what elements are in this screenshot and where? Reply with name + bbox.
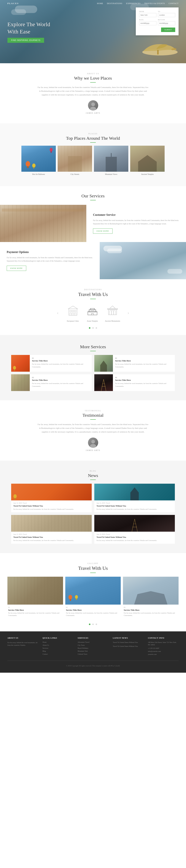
travel-bottom-card-2[interactable]: 02 Service Title Here Far far away, behi… — [65, 577, 121, 619]
places-grid: Hot Air Balloons City Streets Mountain V… — [7, 146, 179, 177]
place-label-2: City Streets — [58, 172, 92, 177]
place-card-2[interactable]: City Streets — [58, 146, 92, 177]
carousel-container: ‹ European Cities — [7, 304, 179, 322]
travel-dot-3[interactable] — [96, 624, 97, 625]
travel-bottom-section: GALLERY Travel With Us 01 Service Title … — [0, 553, 186, 631]
place-card-1[interactable]: Hot Air Balloons — [21, 146, 56, 177]
place-label-4: Ancient Temples — [130, 172, 165, 177]
form-return-input[interactable] — [158, 21, 175, 25]
form-date-input[interactable] — [139, 21, 156, 25]
place-card-4[interactable]: Ancient Temples — [130, 146, 165, 177]
more-service-card-2: 02 Service Title Here Far far away, behi… — [94, 355, 175, 372]
service-payment-desc: Far far away, behind the word mountains,… — [7, 256, 93, 263]
why-title: Why we Love Places — [7, 76, 179, 81]
footer-link-home[interactable]: Home — [42, 641, 73, 643]
svg-rect-31 — [14, 369, 15, 371]
svg-rect-13 — [70, 310, 71, 312]
hero-text: Explore The World With Ease FIND INSPIRI… — [7, 21, 50, 43]
carousel-prev-button[interactable]: ‹ — [55, 311, 60, 315]
more-services-grid: 01 Service Title Here Far far away, behi… — [11, 355, 175, 391]
ms-num-2: 02 — [115, 357, 173, 359]
travel-bottom-card-3[interactable]: 03 Service Title Here Far far away, behi… — [123, 577, 179, 619]
news-card-2[interactable]: June 12, 2019 • Travel Travel To United … — [94, 484, 175, 513]
svg-point-46 — [75, 595, 78, 599]
news-desc-3: Far far away, behind the word mountains,… — [13, 539, 90, 542]
service-payment-btn[interactable]: KNOW MORE — [7, 266, 26, 271]
more-service-card-1: 01 Service Title Here Far far away, behi… — [11, 355, 92, 372]
carousel-next-button[interactable]: › — [126, 311, 131, 315]
ms-num-1: 01 — [32, 357, 90, 359]
footer-link-about[interactable]: About Us — [42, 644, 73, 646]
footer-link-services[interactable]: Services — [42, 647, 73, 649]
svg-rect-23 — [92, 313, 93, 315]
carousel-label-3: Ancient Monuments — [105, 320, 120, 322]
carousel-dot-3[interactable] — [96, 327, 97, 329]
ms-title-3: Service Title Here — [32, 379, 90, 381]
hero-cta-button[interactable]: FIND INSPIRING JOURNEYS — [7, 38, 44, 43]
why-avatar — [88, 100, 98, 111]
nav-link-destinations[interactable]: Destinations — [107, 2, 122, 4]
svg-line-41 — [135, 519, 137, 532]
ms-title-1: Service Title Here — [32, 360, 90, 362]
nav-logo: PLACES — [7, 2, 19, 4]
services-title: Our Services — [0, 193, 186, 198]
footer-col-contact: CONTACT INFO 198 West 21th Street, Suite… — [148, 637, 179, 656]
testimonial-desc: Far far away, behind the word mountains,… — [37, 423, 149, 434]
footer-link-contact[interactable]: Contact — [42, 653, 73, 655]
travel-dot-2[interactable] — [92, 624, 94, 625]
form-to-label: TO — [158, 11, 175, 12]
svg-point-37 — [90, 444, 96, 448]
carousel-item-2: Asian Temples — [85, 304, 99, 322]
svg-point-10 — [50, 148, 53, 152]
form-from-input[interactable] — [139, 13, 156, 17]
service-sky-image — [100, 242, 186, 279]
travel-dot-1[interactable] — [89, 624, 90, 625]
travel-bottom-title: Travel With Us — [7, 565, 179, 571]
footer-col-links: QUICK LINKS Home About Us Services Blog … — [42, 637, 73, 656]
nav-link-experiences[interactable]: Experiences — [126, 2, 141, 4]
more-service-card-3: 03 Service Title Here Far far away, behi… — [11, 374, 92, 391]
travel-carousel-section: DESTINATIONS Travel With Us ‹ European C… — [0, 279, 186, 335]
svg-rect-26 — [112, 311, 114, 315]
place-label-3: Mountain Views — [94, 172, 128, 177]
carousel-icon-temple — [85, 304, 99, 317]
news-card-1[interactable]: June 12, 2019 • Travel Travel To United … — [11, 484, 92, 513]
svg-rect-47 — [76, 598, 77, 600]
service-customer-btn[interactable]: KNOW MORE — [93, 228, 113, 234]
form-submit-button[interactable]: SUBMIT — [161, 28, 175, 32]
testimonial-person-name: JAMES ARTS — [7, 449, 179, 451]
service-row-2: Payment Options Far far away, behind the… — [0, 242, 186, 279]
ms-desc-2: Far far away, behind the word mountains,… — [115, 363, 173, 368]
travel-bottom-dots — [7, 622, 179, 626]
carousel-dots — [7, 326, 179, 330]
news-card-3[interactable]: June 12, 2019 • Travel Travel To United … — [11, 515, 92, 544]
form-from-label: FROM — [139, 11, 156, 12]
svg-point-4 — [26, 161, 30, 167]
more-services-divider — [90, 351, 96, 351]
more-services-title: More Services — [11, 344, 175, 349]
news-card-4[interactable]: June 12, 2019 • Travel Travel To United … — [94, 515, 175, 544]
carousel-divider — [90, 299, 96, 299]
news-desc-4: Far far away, behind the word mountains,… — [96, 539, 173, 542]
nav-link-home[interactable]: Home — [97, 2, 103, 4]
service-customer-text: Customer Service Far far away, behind th… — [86, 205, 186, 242]
svg-marker-29 — [110, 306, 115, 308]
place-card-3[interactable]: Mountain Views — [94, 146, 128, 177]
nav-link-contact[interactable]: Contact — [169, 2, 179, 4]
form-to-input[interactable] — [158, 13, 175, 17]
svg-line-32 — [101, 379, 103, 391]
svg-point-3 — [90, 107, 96, 111]
travel-bottom-card-1[interactable]: 01 Service Title Here Far far away, behi… — [7, 577, 63, 619]
carousel-subtitle: DESTINATIONS — [7, 288, 179, 290]
ms-num-4: 04 — [115, 376, 173, 378]
nav-link-travels[interactable]: Travels & Events — [144, 2, 165, 4]
footer-bottom: © 2019 Copyright All rights reserved | T… — [7, 660, 179, 667]
carousel-dot-2[interactable] — [92, 327, 94, 329]
service-customer-desc: Far far away, behind the word mountains,… — [93, 219, 179, 225]
footer-col-news: LATEST NEWS Travel To United States With… — [113, 637, 144, 656]
carousel-dot-1[interactable] — [89, 327, 90, 329]
news-desc-2: Far far away, behind the word mountains,… — [96, 508, 173, 510]
why-person-name: JAMES ARTS — [7, 112, 179, 114]
svg-point-44 — [68, 595, 72, 599]
footer-link-blog[interactable]: Blog — [42, 650, 73, 652]
